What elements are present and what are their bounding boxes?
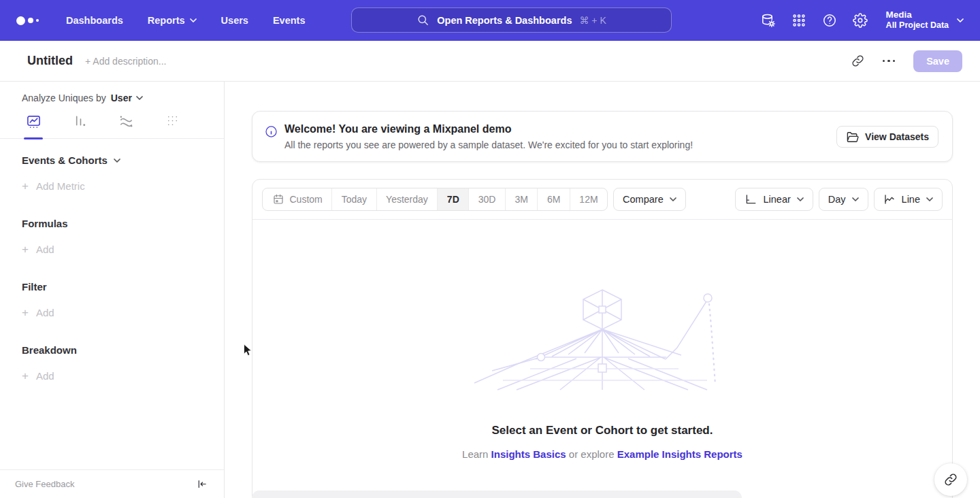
flows-icon bbox=[118, 114, 134, 129]
tab-bar-chart[interactable] bbox=[72, 114, 88, 138]
tab-more-visualizations[interactable] bbox=[165, 114, 180, 138]
linear-axis-icon bbox=[745, 193, 757, 205]
line-chart-icon bbox=[883, 193, 896, 205]
interval-dropdown[interactable]: Day bbox=[819, 188, 868, 211]
chevron-down-icon bbox=[190, 18, 197, 22]
save-button[interactable]: Save bbox=[913, 50, 962, 72]
report-canvas: Welcome! You are viewing a Mixpanel demo… bbox=[225, 82, 980, 498]
analyze-uniques-row: Analyze Uniques by User bbox=[0, 82, 224, 103]
range-6m[interactable]: 6M bbox=[537, 188, 569, 210]
top-nav: Dashboards Reports Users Events Open Rep… bbox=[0, 0, 980, 41]
report-header: Untitled + Add description... Save bbox=[0, 41, 980, 82]
ellipsis-icon bbox=[883, 60, 896, 63]
chart-type-dropdown[interactable]: Line bbox=[874, 188, 943, 211]
tab-flows[interactable] bbox=[118, 114, 134, 138]
section-formulas: Formulas Add bbox=[22, 218, 224, 255]
nav-reports[interactable]: Reports bbox=[148, 15, 197, 26]
project-switcher[interactable]: Media All Project Data bbox=[886, 10, 964, 31]
range-custom[interactable]: Custom bbox=[263, 188, 331, 210]
apps-grid-icon[interactable] bbox=[791, 13, 806, 28]
demo-welcome-banner: Welcome! You are viewing a Mixpanel demo… bbox=[252, 111, 953, 162]
plus-icon bbox=[22, 244, 29, 255]
scale-dropdown[interactable]: Linear bbox=[735, 188, 813, 211]
link-icon bbox=[944, 473, 958, 486]
collapse-left-icon bbox=[196, 478, 208, 490]
chart-display-controls: Linear Day Line bbox=[735, 188, 943, 211]
project-labels: Media All Project Data bbox=[886, 10, 949, 31]
analyze-by-dropdown[interactable]: User bbox=[111, 93, 143, 103]
mixpanel-logo-icon[interactable] bbox=[16, 16, 39, 25]
nav-dashboards[interactable]: Dashboards bbox=[66, 15, 123, 26]
copy-link-button[interactable] bbox=[851, 54, 864, 67]
view-datasets-button[interactable]: View Datasets bbox=[836, 126, 938, 148]
analyze-label: Analyze Uniques by bbox=[22, 93, 106, 103]
link-icon bbox=[851, 54, 864, 67]
empty-state-illustration bbox=[473, 288, 732, 391]
range-yesterday[interactable]: Yesterday bbox=[376, 188, 438, 210]
range-today[interactable]: Today bbox=[331, 188, 376, 210]
banner-text: Welcome! You are viewing a Mixpanel demo… bbox=[284, 123, 693, 150]
project-scope: All Project Data bbox=[886, 20, 949, 31]
banner-subtitle: All the reports you see are powered by a… bbox=[284, 139, 693, 150]
nav-events[interactable]: Events bbox=[273, 15, 306, 26]
breakdown-label: Breakdown bbox=[22, 344, 77, 356]
example-insights-reports-link[interactable]: Example Insights Reports bbox=[617, 448, 742, 460]
folder-icon bbox=[846, 131, 859, 144]
plus-icon bbox=[22, 370, 29, 382]
search-placeholder: Open Reports & Dashboards bbox=[437, 15, 572, 26]
info-icon bbox=[265, 125, 278, 138]
search-shortcut: ⌘ + K bbox=[579, 15, 606, 26]
chevron-down-icon bbox=[114, 159, 120, 163]
chevron-down-icon bbox=[670, 197, 676, 201]
compare-dropdown[interactable]: Compare bbox=[613, 188, 686, 211]
chart-toolbar: Custom Today Yesterday 7D 30D 3M 6M 12M … bbox=[252, 180, 952, 220]
query-builder-sidebar: Analyze Uniques by User Events & Cohorts bbox=[0, 82, 225, 498]
data-management-icon[interactable] bbox=[760, 13, 776, 29]
share-link-fab[interactable] bbox=[934, 463, 967, 496]
primary-nav: Dashboards Reports Users Events bbox=[66, 15, 305, 26]
range-12m[interactable]: 12M bbox=[570, 188, 607, 210]
chevron-down-icon bbox=[926, 197, 933, 201]
calendar-icon bbox=[272, 193, 284, 205]
collapse-sidebar-button[interactable] bbox=[196, 478, 208, 490]
chevron-down-icon bbox=[957, 18, 964, 22]
help-icon[interactable] bbox=[822, 13, 837, 28]
empty-state-subtitle: Learn Insights Basics or explore Example… bbox=[252, 448, 952, 460]
section-events-cohorts: Events & Cohorts Add Metric bbox=[22, 154, 224, 192]
bottom-panel-edge bbox=[252, 491, 742, 498]
search-icon bbox=[416, 14, 429, 27]
plus-icon bbox=[22, 307, 29, 318]
chevron-down-icon bbox=[852, 197, 859, 201]
events-cohorts-header[interactable]: Events & Cohorts bbox=[22, 154, 224, 166]
report-title[interactable]: Untitled bbox=[27, 54, 73, 68]
section-filter: Filter Add bbox=[22, 281, 224, 318]
add-formula-button[interactable]: Add bbox=[22, 244, 224, 255]
plus-icon bbox=[22, 180, 29, 192]
tab-insights-line[interactable] bbox=[26, 114, 42, 138]
empty-state: Select an Event or Cohort to get started… bbox=[252, 288, 952, 460]
report-description-placeholder[interactable]: + Add description... bbox=[85, 56, 166, 67]
chevron-down-icon bbox=[797, 197, 804, 201]
settings-gear-icon[interactable] bbox=[853, 13, 868, 28]
insights-basics-link[interactable]: Insights Basics bbox=[491, 448, 566, 460]
grid-dots-icon bbox=[165, 114, 180, 129]
range-7d[interactable]: 7D bbox=[437, 188, 468, 210]
more-options-button[interactable] bbox=[883, 60, 896, 63]
sidebar-footer: Give Feedback bbox=[0, 469, 224, 498]
give-feedback-link[interactable]: Give Feedback bbox=[15, 479, 74, 489]
chevron-down-icon bbox=[136, 96, 143, 100]
add-filter-button[interactable]: Add bbox=[22, 307, 224, 318]
filter-label: Filter bbox=[22, 281, 47, 293]
project-name: Media bbox=[886, 10, 949, 20]
report-actions: Save bbox=[851, 50, 962, 72]
insights-report-card: Custom Today Yesterday 7D 30D 3M 6M 12M … bbox=[252, 179, 953, 498]
bar-chart-icon bbox=[72, 114, 88, 129]
add-breakdown-button[interactable]: Add bbox=[22, 370, 224, 382]
formulas-label: Formulas bbox=[22, 218, 68, 229]
add-metric-button[interactable]: Add Metric bbox=[22, 180, 224, 192]
range-3m[interactable]: 3M bbox=[505, 188, 537, 210]
global-search-input[interactable]: Open Reports & Dashboards ⌘ + K bbox=[351, 7, 672, 33]
nav-users[interactable]: Users bbox=[221, 15, 248, 26]
empty-state-title: Select an Event or Cohort to get started… bbox=[252, 424, 952, 437]
range-30d[interactable]: 30D bbox=[468, 188, 505, 210]
